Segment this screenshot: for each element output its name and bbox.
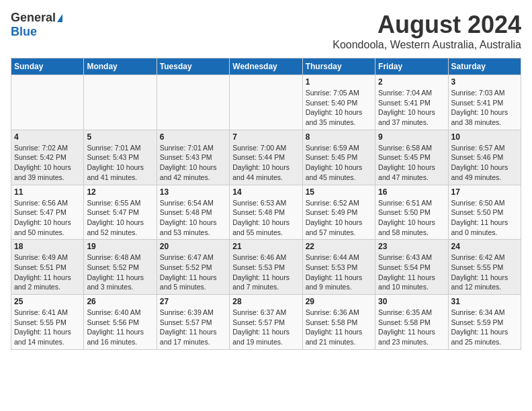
calendar-cell: 24Sunrise: 6:42 AMSunset: 5:55 PMDayligh… <box>448 240 521 295</box>
day-number: 25 <box>14 297 81 306</box>
day-number: 10 <box>451 132 518 142</box>
day-detail: Sunrise: 6:58 AMSunset: 5:45 PMDaylight:… <box>378 143 445 183</box>
day-number: 9 <box>378 132 445 142</box>
day-number: 8 <box>306 132 372 142</box>
day-number: 24 <box>451 242 518 251</box>
calendar-week-3: 11Sunrise: 6:56 AMSunset: 5:47 PMDayligh… <box>11 185 521 240</box>
day-detail: Sunrise: 6:50 AMSunset: 5:50 PMDaylight:… <box>451 198 518 238</box>
calendar-week-5: 25Sunrise: 6:41 AMSunset: 5:55 PMDayligh… <box>11 295 521 350</box>
calendar-cell: 30Sunrise: 6:35 AMSunset: 5:58 PMDayligh… <box>375 295 448 350</box>
calendar-header-sunday: Sunday <box>11 58 84 75</box>
calendar-cell <box>84 75 157 130</box>
day-detail: Sunrise: 6:54 AMSunset: 5:48 PMDaylight:… <box>160 198 226 238</box>
day-detail: Sunrise: 7:02 AMSunset: 5:42 PMDaylight:… <box>14 143 81 183</box>
day-detail: Sunrise: 7:00 AMSunset: 5:44 PMDaylight:… <box>232 143 299 183</box>
calendar-cell: 19Sunrise: 6:48 AMSunset: 5:52 PMDayligh… <box>84 240 157 295</box>
day-number: 27 <box>160 297 226 306</box>
calendar-header-saturday: Saturday <box>448 58 521 75</box>
day-number: 18 <box>14 242 81 251</box>
day-detail: Sunrise: 6:34 AMSunset: 5:59 PMDaylight:… <box>451 308 518 347</box>
calendar-cell: 3Sunrise: 7:03 AMSunset: 5:41 PMDaylight… <box>448 75 521 130</box>
calendar-cell: 12Sunrise: 6:55 AMSunset: 5:47 PMDayligh… <box>84 185 157 240</box>
logo-icon <box>57 14 62 22</box>
calendar-header-tuesday: Tuesday <box>157 58 229 75</box>
calendar-cell: 28Sunrise: 6:37 AMSunset: 5:57 PMDayligh… <box>230 295 302 350</box>
day-number: 23 <box>378 242 445 251</box>
day-detail: Sunrise: 7:01 AMSunset: 5:43 PMDaylight:… <box>87 143 153 183</box>
calendar-header-wednesday: Wednesday <box>230 58 302 75</box>
day-number: 14 <box>232 187 299 197</box>
calendar-table: SundayMondayTuesdayWednesdayThursdayFrid… <box>11 58 521 350</box>
day-number: 1 <box>306 77 372 87</box>
calendar-cell: 15Sunrise: 6:52 AMSunset: 5:49 PMDayligh… <box>302 185 375 240</box>
calendar-cell: 4Sunrise: 7:02 AMSunset: 5:42 PMDaylight… <box>11 130 84 185</box>
day-number: 11 <box>14 187 81 197</box>
calendar-cell <box>157 75 229 130</box>
page-subtitle: Koondoola, Western Australia, Australia <box>332 39 521 51</box>
day-detail: Sunrise: 6:41 AMSunset: 5:55 PMDaylight:… <box>14 308 81 347</box>
day-detail: Sunrise: 6:40 AMSunset: 5:56 PMDaylight:… <box>87 308 153 347</box>
day-detail: Sunrise: 6:47 AMSunset: 5:52 PMDaylight:… <box>160 253 226 292</box>
day-detail: Sunrise: 6:39 AMSunset: 5:57 PMDaylight:… <box>160 308 226 347</box>
calendar-cell: 22Sunrise: 6:44 AMSunset: 5:53 PMDayligh… <box>302 240 375 295</box>
header: General Blue August 2024 Koondoola, West… <box>11 11 521 51</box>
calendar-cell: 26Sunrise: 6:40 AMSunset: 5:56 PMDayligh… <box>84 295 157 350</box>
calendar-cell: 31Sunrise: 6:34 AMSunset: 5:59 PMDayligh… <box>448 295 521 350</box>
day-number: 17 <box>451 187 518 197</box>
day-number: 20 <box>160 242 226 251</box>
calendar-cell: 2Sunrise: 7:04 AMSunset: 5:41 PMDaylight… <box>375 75 448 130</box>
day-number: 16 <box>378 187 445 197</box>
day-detail: Sunrise: 6:42 AMSunset: 5:55 PMDaylight:… <box>451 253 518 292</box>
day-number: 2 <box>378 77 445 87</box>
calendar-header-row: SundayMondayTuesdayWednesdayThursdayFrid… <box>11 58 521 75</box>
calendar-cell: 10Sunrise: 6:57 AMSunset: 5:46 PMDayligh… <box>448 130 521 185</box>
day-number: 26 <box>87 297 153 306</box>
day-number: 5 <box>87 132 153 142</box>
day-detail: Sunrise: 6:52 AMSunset: 5:49 PMDaylight:… <box>306 198 372 238</box>
calendar-week-4: 18Sunrise: 6:49 AMSunset: 5:51 PMDayligh… <box>11 240 521 295</box>
day-number: 4 <box>14 132 81 142</box>
day-number: 29 <box>306 297 372 306</box>
day-number: 21 <box>232 242 299 251</box>
calendar-cell: 16Sunrise: 6:51 AMSunset: 5:50 PMDayligh… <box>375 185 448 240</box>
day-detail: Sunrise: 6:37 AMSunset: 5:57 PMDaylight:… <box>232 308 299 347</box>
calendar-cell: 13Sunrise: 6:54 AMSunset: 5:48 PMDayligh… <box>157 185 229 240</box>
calendar-header-monday: Monday <box>84 58 157 75</box>
page-title: August 2024 <box>332 11 521 39</box>
calendar-cell: 18Sunrise: 6:49 AMSunset: 5:51 PMDayligh… <box>11 240 84 295</box>
day-detail: Sunrise: 6:51 AMSunset: 5:50 PMDaylight:… <box>378 198 445 238</box>
calendar-cell: 11Sunrise: 6:56 AMSunset: 5:47 PMDayligh… <box>11 185 84 240</box>
calendar-cell <box>230 75 302 130</box>
day-detail: Sunrise: 6:36 AMSunset: 5:58 PMDaylight:… <box>306 308 372 347</box>
calendar-cell: 6Sunrise: 7:01 AMSunset: 5:43 PMDaylight… <box>157 130 229 185</box>
logo: General Blue <box>11 11 62 39</box>
calendar-cell: 25Sunrise: 6:41 AMSunset: 5:55 PMDayligh… <box>11 295 84 350</box>
calendar-cell: 9Sunrise: 6:58 AMSunset: 5:45 PMDaylight… <box>375 130 448 185</box>
logo-blue-text: Blue <box>11 25 37 39</box>
calendar-cell: 29Sunrise: 6:36 AMSunset: 5:58 PMDayligh… <box>302 295 375 350</box>
calendar-cell: 21Sunrise: 6:46 AMSunset: 5:53 PMDayligh… <box>230 240 302 295</box>
calendar-header-thursday: Thursday <box>302 58 375 75</box>
day-number: 15 <box>306 187 372 197</box>
day-detail: Sunrise: 6:44 AMSunset: 5:53 PMDaylight:… <box>306 253 372 292</box>
day-number: 6 <box>160 132 226 142</box>
calendar-cell: 8Sunrise: 6:59 AMSunset: 5:45 PMDaylight… <box>302 130 375 185</box>
day-detail: Sunrise: 7:01 AMSunset: 5:43 PMDaylight:… <box>160 143 226 183</box>
day-detail: Sunrise: 6:56 AMSunset: 5:47 PMDaylight:… <box>14 198 81 238</box>
day-number: 7 <box>232 132 299 142</box>
calendar-cell: 5Sunrise: 7:01 AMSunset: 5:43 PMDaylight… <box>84 130 157 185</box>
day-detail: Sunrise: 7:03 AMSunset: 5:41 PMDaylight:… <box>451 88 518 128</box>
calendar-week-2: 4Sunrise: 7:02 AMSunset: 5:42 PMDaylight… <box>11 130 521 185</box>
calendar-cell: 1Sunrise: 7:05 AMSunset: 5:40 PMDaylight… <box>302 75 375 130</box>
day-detail: Sunrise: 6:57 AMSunset: 5:46 PMDaylight:… <box>451 143 518 183</box>
title-area: August 2024 Koondoola, Western Australia… <box>332 11 521 51</box>
day-detail: Sunrise: 6:53 AMSunset: 5:48 PMDaylight:… <box>232 198 299 238</box>
day-detail: Sunrise: 6:49 AMSunset: 5:51 PMDaylight:… <box>14 253 81 292</box>
day-detail: Sunrise: 6:59 AMSunset: 5:45 PMDaylight:… <box>306 143 372 183</box>
calendar-cell: 14Sunrise: 6:53 AMSunset: 5:48 PMDayligh… <box>230 185 302 240</box>
day-number: 31 <box>451 297 518 306</box>
day-detail: Sunrise: 7:05 AMSunset: 5:40 PMDaylight:… <box>306 88 372 128</box>
calendar-cell: 23Sunrise: 6:43 AMSunset: 5:54 PMDayligh… <box>375 240 448 295</box>
day-number: 19 <box>87 242 153 251</box>
calendar-week-1: 1Sunrise: 7:05 AMSunset: 5:40 PMDaylight… <box>11 75 521 130</box>
